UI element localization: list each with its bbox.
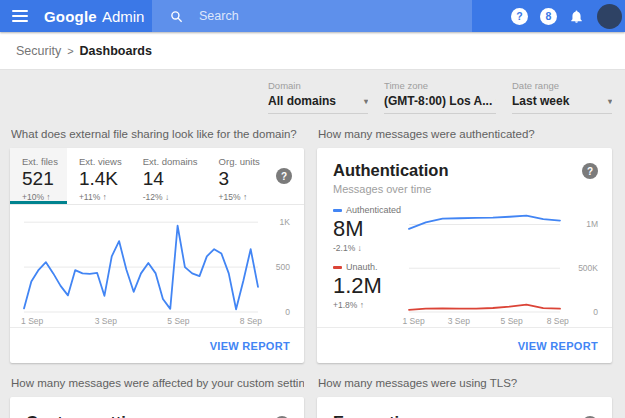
stat-label: Ext. files — [22, 156, 58, 167]
top-app-bar: Google Admin ? 8 — [0, 0, 625, 32]
stat-tab-ext-views[interactable]: Ext. views 1.4K +11% ↑ — [67, 148, 131, 204]
breadcrumb-security-link[interactable]: Security — [16, 44, 61, 58]
stat-delta: +10% ↑ — [22, 192, 58, 202]
file-sharing-card: Ext. files 521 +10% ↑ Ext. views 1.4K +1… — [10, 148, 304, 363]
dashboard-row-2: How many messages were affected by your … — [10, 375, 612, 418]
stat-delta: +15% ↑ — [219, 192, 260, 202]
menu-icon[interactable] — [12, 10, 28, 22]
card-title: Authentication — [333, 161, 582, 180]
logo-google-text: Google — [44, 8, 97, 25]
topbar-actions: ? 8 — [511, 0, 622, 32]
domain-filter-value: All domains — [268, 94, 336, 108]
notifications-bell-icon[interactable] — [569, 9, 584, 24]
timezone-filter-dropdown[interactable]: Time zone (GMT-8:00) Los A... ▾ — [384, 80, 496, 114]
legend-label: Authenticated — [346, 205, 401, 215]
stat-tab-ext-domains[interactable]: Ext. domains 14 -12% ↓ — [131, 148, 207, 204]
authentication-question: How many messages were authenticated? — [318, 128, 612, 140]
authentication-line-chart: 0500K1M 1 Sep3 Sep5 Sep8 Sep — [409, 199, 600, 327]
dashboards-content: Domain All domains ▾ Time zone (GMT-8:00… — [0, 70, 625, 418]
x-axis-labels: 1 Sep3 Sep5 Sep8 Sep — [409, 316, 560, 327]
stat-delta: +11% ↑ — [79, 192, 122, 202]
card-subtitle: Messages over time — [333, 183, 582, 195]
search-bar[interactable] — [152, 0, 472, 32]
chart-legend: Authenticated 8M -2.1% ↓ Unauth. 1.2M +1 — [333, 199, 409, 327]
authentication-card: Authentication Messages over time ? Auth… — [317, 148, 612, 363]
breadcrumb: Security > Dashboards — [0, 32, 625, 70]
stat-label: Ext. domains — [143, 156, 198, 167]
legend-delta: +1.8% ↑ — [333, 300, 409, 310]
legend-label: Unauth. — [346, 262, 378, 272]
stat-label: Org. units — [219, 156, 260, 167]
card-title: Custom settings — [26, 413, 155, 418]
legend-marker-blue — [333, 209, 342, 212]
card-footer: VIEW REPORT — [10, 327, 304, 363]
dashboard-row-1: What does external file sharing look lik… — [10, 126, 612, 363]
stat-delta: -12% ↓ — [143, 192, 198, 202]
caret-down-icon: ▾ — [608, 97, 612, 106]
legend-value: 8M — [333, 216, 409, 242]
help-icon[interactable]: ? — [582, 163, 598, 179]
domain-filter-dropdown[interactable]: Domain All domains ▾ — [268, 80, 368, 114]
stat-value: 521 — [22, 168, 58, 190]
legend-delta: -2.1% ↓ — [333, 243, 409, 253]
help-icon[interactable]: ? — [276, 168, 292, 184]
user-avatar[interactable] — [597, 4, 622, 29]
stat-tab-org-units[interactable]: Org. units 3 +15% ↑ — [207, 148, 269, 204]
filter-bar: Domain All domains ▾ Time zone (GMT-8:00… — [10, 80, 612, 114]
authentication-body: Authenticated 8M -2.1% ↓ Unauth. 1.2M +1 — [317, 195, 612, 327]
file-sharing-stats-row: Ext. files 521 +10% ↑ Ext. views 1.4K +1… — [10, 148, 304, 205]
caret-down-icon: ▾ — [364, 97, 368, 106]
daterange-filter-value: Last week — [512, 94, 569, 108]
file-sharing-question: What does external file sharing look lik… — [11, 128, 304, 140]
timezone-filter-value: (GMT-8:00) Los A... — [384, 94, 492, 108]
card-footer: VIEW REPORT — [317, 327, 612, 363]
breadcrumb-separator: > — [67, 45, 73, 57]
authentication-card-header: Authentication Messages over time ? — [317, 148, 612, 195]
file-sharing-line-chart: 05001K 1 Sep3 Sep5 Sep8 Sep — [22, 211, 292, 327]
stat-label: Ext. views — [79, 156, 122, 167]
logo-admin-text: Admin — [102, 8, 145, 25]
domain-filter-label: Domain — [268, 80, 368, 91]
encryption-question: How many messages were using TLS? — [318, 377, 612, 389]
stat-value: 1.4K — [79, 168, 122, 190]
google-admin-logo[interactable]: Google Admin — [44, 8, 144, 25]
timezone-filter-label: Time zone — [384, 80, 496, 91]
y-axis-labels: 05001K — [264, 215, 292, 312]
daterange-filter-label: Date range — [512, 80, 612, 91]
updates-badge-icon[interactable]: 8 — [540, 8, 557, 25]
daterange-filter-dropdown[interactable]: Date range Last week ▾ — [512, 80, 612, 114]
legend-value: 1.2M — [333, 273, 409, 299]
custom-settings-card: Custom settings ? — [10, 397, 304, 418]
custom-settings-question: How many messages were affected by your … — [11, 377, 304, 389]
stat-tab-ext-files[interactable]: Ext. files 521 +10% ↑ — [10, 148, 67, 204]
view-report-link[interactable]: VIEW REPORT — [518, 340, 598, 352]
card-title: Encryption — [333, 413, 419, 418]
legend-item-authenticated: Authenticated 8M -2.1% ↓ — [333, 205, 409, 253]
legend-item-unauthenticated: Unauth. 1.2M +1.8% ↑ — [333, 262, 409, 310]
breadcrumb-current-page: Dashboards — [80, 44, 152, 58]
search-input[interactable] — [199, 9, 429, 23]
help-icon[interactable]: ? — [511, 8, 528, 25]
y-axis-labels: 0500K1M — [564, 207, 600, 312]
encryption-card: Encryption ? — [317, 397, 612, 418]
stat-value: 14 — [143, 168, 198, 190]
legend-marker-red — [333, 266, 342, 269]
view-report-link[interactable]: VIEW REPORT — [210, 340, 290, 352]
search-icon — [170, 10, 183, 23]
stat-value: 3 — [219, 168, 260, 190]
x-axis-labels: 1 Sep3 Sep5 Sep8 Sep — [24, 316, 258, 327]
